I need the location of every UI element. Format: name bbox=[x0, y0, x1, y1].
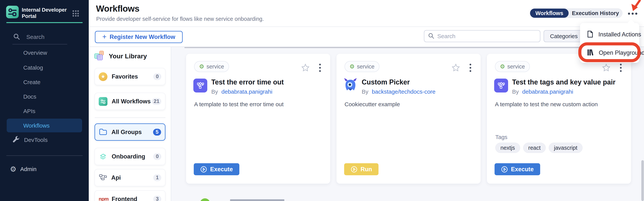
play-circle-icon bbox=[501, 166, 508, 173]
workflow-tile-icon bbox=[193, 79, 207, 92]
monster-icon bbox=[342, 77, 359, 93]
sidebar-item-workflows[interactable]: Workflows bbox=[7, 119, 82, 132]
library-item-all-workflows[interactable]: All Workflows 21 bbox=[94, 93, 166, 110]
library-item-all-groups[interactable]: All Groups 5 bbox=[94, 123, 166, 141]
kind-chip-label: service bbox=[357, 63, 374, 70]
author-link[interactable]: debabrata.panigrahi bbox=[522, 88, 573, 95]
play-circle-icon bbox=[200, 166, 207, 173]
card-byline: By backstage/techdocs-core bbox=[362, 88, 436, 95]
sidebar-item-workflows-label: Workflows bbox=[23, 122, 50, 129]
card-description: A template to test the new custom action bbox=[495, 101, 621, 108]
execute-button-label: Execute bbox=[210, 166, 233, 173]
library-item-favorites-label: Favorites bbox=[112, 73, 153, 80]
portal-logo-icon bbox=[6, 6, 19, 18]
wrench-icon bbox=[12, 136, 20, 144]
portal-title: Internal Developer Portal bbox=[22, 7, 73, 19]
favorite-star-icon[interactable] bbox=[301, 64, 310, 72]
more-options-button[interactable] bbox=[628, 11, 640, 16]
app-grid-icon[interactable] bbox=[72, 10, 79, 17]
library-heading-label: Your Library bbox=[109, 52, 147, 60]
register-new-workflow-label: Register New Workflow bbox=[110, 33, 175, 40]
sidebar-divider bbox=[12, 44, 67, 44]
sidebar-item-create[interactable]: Create bbox=[23, 79, 40, 85]
sidebar-item-docs[interactable]: Docs bbox=[23, 93, 36, 100]
plus-icon: + bbox=[102, 33, 106, 41]
sidebar-item-devtools-label: DevTools bbox=[24, 137, 48, 143]
menu-item-installed-actions-label: Installed Actions bbox=[598, 31, 641, 38]
kind-chip: ⚙ service bbox=[344, 61, 380, 72]
tab-execution-history[interactable]: Execution History bbox=[568, 8, 622, 18]
tag-nextjs[interactable]: nextjs bbox=[495, 143, 520, 153]
execute-button[interactable]: Execute bbox=[194, 163, 239, 175]
favorite-star-icon[interactable] bbox=[602, 64, 610, 72]
page-title: Workflows bbox=[96, 3, 139, 14]
card-byline: By debabrata.panigrahi bbox=[211, 88, 272, 95]
register-new-workflow-button[interactable]: + Register New Workflow bbox=[95, 31, 183, 43]
next-section-icon bbox=[200, 198, 210, 201]
favorite-star-icon[interactable] bbox=[452, 64, 460, 72]
vertical-scrollbar[interactable] bbox=[641, 160, 644, 201]
card-description: Cookiecutter example bbox=[344, 101, 470, 108]
menu-item-open-playground[interactable]: Open Playground bbox=[580, 43, 639, 63]
sidebar-item-catalog[interactable]: Catalog bbox=[23, 64, 43, 71]
gear-icon: ⚙ bbox=[10, 166, 16, 173]
card-title: Test the error time out bbox=[211, 78, 284, 86]
kind-chip: ⚙ service bbox=[495, 61, 530, 72]
library-item-favorites[interactable]: ★ Favorites 0 bbox=[94, 68, 166, 85]
kind-chip-label: service bbox=[507, 63, 525, 70]
execute-button[interactable]: Execute bbox=[494, 163, 540, 175]
sidebar-search[interactable]: Search bbox=[13, 33, 44, 41]
card-menu-icon[interactable] bbox=[319, 64, 321, 72]
library-item-frontend[interactable]: npm Frontend 3 bbox=[94, 190, 166, 201]
tab-workflows[interactable]: Workflows bbox=[530, 8, 568, 18]
sidebar-item-devtools[interactable]: DevTools bbox=[12, 136, 48, 144]
library-item-api[interactable]: Api 1 bbox=[94, 169, 166, 186]
api-count-badge: 1 bbox=[153, 174, 161, 181]
gear-icon: ⚙ bbox=[199, 64, 204, 69]
library-item-onboarding-label: Onboarding bbox=[112, 153, 153, 160]
sidebar-item-apis[interactable]: APIs bbox=[23, 108, 35, 114]
tag-react[interactable]: react bbox=[523, 143, 546, 153]
card-title: Test the tags and key value pair bbox=[512, 78, 616, 86]
run-button[interactable]: Run bbox=[344, 163, 378, 175]
sidebar-item-admin[interactable]: ⚙ Admin bbox=[10, 166, 36, 173]
card-menu-icon[interactable] bbox=[620, 64, 622, 72]
author-link[interactable]: backstage/techdocs-core bbox=[372, 88, 436, 95]
workflow-card-custom-picker: ⚙ service Custom Picker By backstage/tec… bbox=[336, 54, 480, 184]
sidebar-item-admin-label: Admin bbox=[20, 166, 36, 172]
author-link[interactable]: debabrata.panigrahi bbox=[222, 88, 272, 95]
menu-item-installed-actions[interactable]: Installed Actions bbox=[580, 25, 639, 44]
more-options-menu: Installed Actions Open Playground bbox=[580, 23, 639, 63]
workflow-search[interactable] bbox=[424, 30, 540, 42]
frontend-count-badge: 3 bbox=[153, 196, 161, 201]
tags-row: nextjs react javascript bbox=[495, 143, 582, 153]
sitemap-icon bbox=[99, 174, 107, 182]
all-groups-count-badge: 5 bbox=[153, 129, 161, 136]
star-icon: ★ bbox=[99, 72, 108, 81]
library-item-api-label: Api bbox=[111, 174, 153, 181]
workflow-search-input[interactable] bbox=[437, 33, 529, 39]
page-subtitle: Provide developer self-service for flows… bbox=[96, 16, 264, 22]
tag-javascript[interactable]: javascript bbox=[549, 143, 582, 153]
sidebar-item-overview[interactable]: Overview bbox=[23, 50, 47, 56]
horizontal-scrollbar[interactable] bbox=[184, 47, 634, 48]
card-menu-icon[interactable] bbox=[469, 64, 472, 72]
gear-icon: ⚙ bbox=[500, 64, 505, 69]
workflows-toolbar: + Register New Workflow Categories bbox=[89, 27, 644, 47]
npm-icon: npm bbox=[99, 196, 108, 201]
workflow-card-tags-key-value: ⚙ service Test the tags and key value pa… bbox=[487, 54, 631, 184]
library-icon bbox=[587, 49, 594, 57]
kind-chip: ⚙ service bbox=[194, 61, 229, 72]
categories-button[interactable]: Categories bbox=[544, 30, 584, 42]
search-icon bbox=[428, 33, 434, 40]
by-label: By bbox=[211, 88, 218, 95]
gear-icon: ⚙ bbox=[350, 64, 355, 69]
tags-label: Tags bbox=[495, 134, 507, 140]
onboarding-count-badge: 0 bbox=[153, 153, 161, 160]
play-circle-icon bbox=[351, 166, 358, 173]
all-workflows-count-badge: 21 bbox=[152, 98, 161, 105]
favorites-count-badge: 0 bbox=[153, 73, 161, 80]
workflow-card-test-error-timeout: ⚙ service Test the error time out By deb… bbox=[186, 54, 330, 184]
layers-icon bbox=[99, 152, 108, 161]
library-item-onboarding[interactable]: Onboarding 0 bbox=[94, 148, 166, 165]
